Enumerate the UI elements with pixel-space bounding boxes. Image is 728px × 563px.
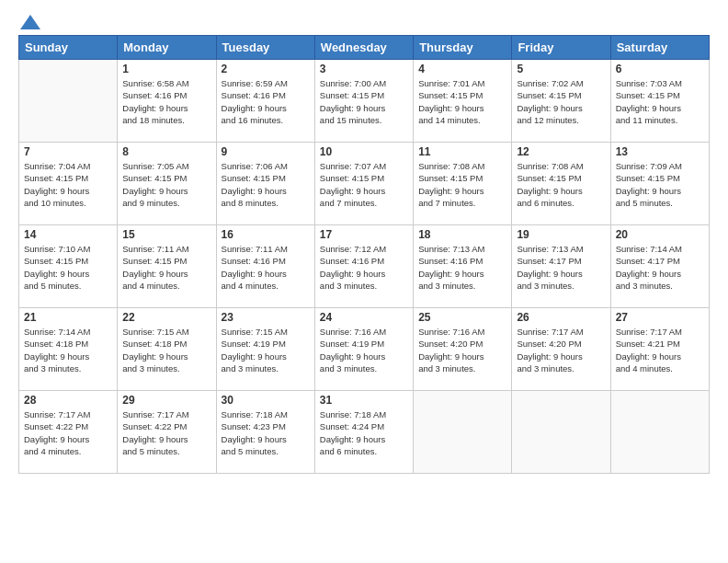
day-number: 14 bbox=[24, 228, 112, 241]
day-info: Sunrise: 7:07 AMSunset: 4:15 PMDaylight:… bbox=[320, 160, 408, 209]
day-cell bbox=[512, 391, 610, 474]
day-cell: 18Sunrise: 7:13 AMSunset: 4:16 PMDayligh… bbox=[414, 225, 512, 308]
weekday-header-tuesday: Tuesday bbox=[216, 36, 314, 60]
day-info: Sunrise: 7:17 AMSunset: 4:20 PMDaylight:… bbox=[517, 326, 605, 374]
day-cell: 15Sunrise: 7:11 AMSunset: 4:15 PMDayligh… bbox=[118, 225, 216, 308]
day-cell: 4Sunrise: 7:01 AMSunset: 4:15 PMDaylight… bbox=[414, 60, 512, 143]
day-info: Sunrise: 7:16 AMSunset: 4:19 PMDaylight:… bbox=[320, 326, 408, 374]
day-number: 8 bbox=[122, 145, 210, 158]
day-info: Sunrise: 7:17 AMSunset: 4:22 PMDaylight:… bbox=[24, 408, 112, 457]
day-cell: 7Sunrise: 7:04 AMSunset: 4:15 PMDaylight… bbox=[19, 143, 118, 225]
day-cell: 26Sunrise: 7:17 AMSunset: 4:20 PMDayligh… bbox=[512, 308, 610, 391]
day-info: Sunrise: 7:18 AMSunset: 4:23 PMDaylight:… bbox=[222, 408, 310, 457]
day-cell: 30Sunrise: 7:18 AMSunset: 4:23 PMDayligh… bbox=[216, 391, 314, 474]
day-info: Sunrise: 7:14 AMSunset: 4:18 PMDaylight:… bbox=[24, 326, 112, 374]
day-cell: 24Sunrise: 7:16 AMSunset: 4:19 PMDayligh… bbox=[314, 308, 413, 391]
day-number: 1 bbox=[122, 63, 210, 75]
day-number: 28 bbox=[24, 394, 112, 407]
day-cell: 14Sunrise: 7:10 AMSunset: 4:15 PMDayligh… bbox=[19, 225, 118, 308]
day-cell: 27Sunrise: 7:17 AMSunset: 4:21 PMDayligh… bbox=[610, 308, 709, 391]
day-cell: 6Sunrise: 7:03 AMSunset: 4:15 PMDaylight… bbox=[610, 60, 709, 143]
day-cell: 31Sunrise: 7:18 AMSunset: 4:24 PMDayligh… bbox=[314, 391, 413, 474]
day-cell: 28Sunrise: 7:17 AMSunset: 4:22 PMDayligh… bbox=[19, 391, 118, 474]
day-info: Sunrise: 7:14 AMSunset: 4:17 PMDaylight:… bbox=[616, 243, 704, 292]
day-cell: 22Sunrise: 7:15 AMSunset: 4:18 PMDayligh… bbox=[118, 308, 216, 391]
day-info: Sunrise: 7:13 AMSunset: 4:16 PMDaylight:… bbox=[418, 243, 506, 292]
day-cell: 29Sunrise: 7:17 AMSunset: 4:22 PMDayligh… bbox=[118, 391, 216, 474]
day-cell: 21Sunrise: 7:14 AMSunset: 4:18 PMDayligh… bbox=[19, 308, 118, 391]
day-info: Sunrise: 7:08 AMSunset: 4:15 PMDaylight:… bbox=[517, 160, 605, 209]
day-number: 11 bbox=[418, 145, 506, 158]
day-info: Sunrise: 7:15 AMSunset: 4:18 PMDaylight:… bbox=[122, 326, 210, 374]
day-number: 18 bbox=[418, 228, 506, 241]
day-info: Sunrise: 7:17 AMSunset: 4:22 PMDaylight:… bbox=[122, 408, 210, 457]
day-number: 7 bbox=[24, 145, 112, 158]
weekday-header-monday: Monday bbox=[118, 36, 216, 60]
day-info: Sunrise: 7:11 AMSunset: 4:16 PMDaylight:… bbox=[222, 243, 310, 292]
day-number: 2 bbox=[222, 63, 310, 75]
day-cell: 8Sunrise: 7:05 AMSunset: 4:15 PMDaylight… bbox=[118, 143, 216, 225]
day-number: 10 bbox=[320, 145, 408, 158]
day-number: 22 bbox=[122, 311, 210, 324]
day-cell: 16Sunrise: 7:11 AMSunset: 4:16 PMDayligh… bbox=[216, 225, 314, 308]
day-info: Sunrise: 7:03 AMSunset: 4:15 PMDaylight:… bbox=[616, 77, 704, 126]
logo bbox=[18, 15, 42, 26]
week-row-3: 14Sunrise: 7:10 AMSunset: 4:15 PMDayligh… bbox=[19, 225, 710, 308]
day-cell bbox=[414, 391, 512, 474]
day-number: 26 bbox=[517, 311, 605, 324]
weekday-header-wednesday: Wednesday bbox=[314, 36, 413, 60]
week-row-4: 21Sunrise: 7:14 AMSunset: 4:18 PMDayligh… bbox=[19, 308, 710, 391]
day-number: 31 bbox=[320, 394, 408, 407]
day-info: Sunrise: 7:02 AMSunset: 4:15 PMDaylight:… bbox=[517, 77, 605, 126]
day-info: Sunrise: 6:58 AMSunset: 4:16 PMDaylight:… bbox=[122, 77, 210, 126]
day-cell: 19Sunrise: 7:13 AMSunset: 4:17 PMDayligh… bbox=[512, 225, 610, 308]
day-cell: 2Sunrise: 6:59 AMSunset: 4:16 PMDaylight… bbox=[216, 60, 314, 143]
day-cell: 10Sunrise: 7:07 AMSunset: 4:15 PMDayligh… bbox=[314, 143, 413, 225]
day-cell: 3Sunrise: 7:00 AMSunset: 4:15 PMDaylight… bbox=[314, 60, 413, 143]
day-number: 9 bbox=[222, 145, 310, 158]
page: SundayMondayTuesdayWednesdayThursdayFrid… bbox=[0, 0, 728, 563]
day-cell bbox=[19, 60, 118, 143]
week-row-5: 28Sunrise: 7:17 AMSunset: 4:22 PMDayligh… bbox=[19, 391, 710, 474]
week-row-1: 1Sunrise: 6:58 AMSunset: 4:16 PMDaylight… bbox=[19, 60, 710, 143]
day-number: 29 bbox=[122, 394, 210, 407]
day-info: Sunrise: 7:00 AMSunset: 4:15 PMDaylight:… bbox=[320, 77, 408, 126]
day-number: 30 bbox=[222, 394, 310, 407]
day-info: Sunrise: 7:04 AMSunset: 4:15 PMDaylight:… bbox=[24, 160, 112, 209]
day-info: Sunrise: 7:08 AMSunset: 4:15 PMDaylight:… bbox=[418, 160, 506, 209]
day-number: 12 bbox=[517, 145, 605, 158]
day-info: Sunrise: 7:10 AMSunset: 4:15 PMDaylight:… bbox=[24, 243, 112, 292]
logo-icon bbox=[20, 15, 40, 29]
day-cell: 17Sunrise: 7:12 AMSunset: 4:16 PMDayligh… bbox=[314, 225, 413, 308]
day-cell: 25Sunrise: 7:16 AMSunset: 4:20 PMDayligh… bbox=[414, 308, 512, 391]
day-number: 15 bbox=[122, 228, 210, 241]
day-cell bbox=[610, 391, 709, 474]
day-number: 13 bbox=[616, 145, 704, 158]
day-number: 3 bbox=[320, 63, 408, 75]
day-number: 5 bbox=[517, 63, 605, 75]
day-info: Sunrise: 7:18 AMSunset: 4:24 PMDaylight:… bbox=[320, 408, 408, 457]
day-number: 19 bbox=[517, 228, 605, 241]
day-cell: 13Sunrise: 7:09 AMSunset: 4:15 PMDayligh… bbox=[610, 143, 709, 225]
day-info: Sunrise: 7:15 AMSunset: 4:19 PMDaylight:… bbox=[222, 326, 310, 374]
day-info: Sunrise: 7:13 AMSunset: 4:17 PMDaylight:… bbox=[517, 243, 605, 292]
day-number: 23 bbox=[222, 311, 310, 324]
weekday-header-friday: Friday bbox=[512, 36, 610, 60]
day-cell: 23Sunrise: 7:15 AMSunset: 4:19 PMDayligh… bbox=[216, 308, 314, 391]
day-info: Sunrise: 7:01 AMSunset: 4:15 PMDaylight:… bbox=[418, 77, 506, 126]
day-number: 16 bbox=[222, 228, 310, 241]
day-info: Sunrise: 7:05 AMSunset: 4:15 PMDaylight:… bbox=[122, 160, 210, 209]
day-cell: 5Sunrise: 7:02 AMSunset: 4:15 PMDaylight… bbox=[512, 60, 610, 143]
day-cell: 11Sunrise: 7:08 AMSunset: 4:15 PMDayligh… bbox=[414, 143, 512, 225]
day-info: Sunrise: 7:06 AMSunset: 4:15 PMDaylight:… bbox=[222, 160, 310, 209]
day-info: Sunrise: 7:12 AMSunset: 4:16 PMDaylight:… bbox=[320, 243, 408, 292]
weekday-header-sunday: Sunday bbox=[19, 36, 118, 60]
day-info: Sunrise: 7:09 AMSunset: 4:15 PMDaylight:… bbox=[616, 160, 704, 209]
calendar-table: SundayMondayTuesdayWednesdayThursdayFrid… bbox=[18, 35, 710, 474]
day-info: Sunrise: 7:11 AMSunset: 4:15 PMDaylight:… bbox=[122, 243, 210, 292]
weekday-header-saturday: Saturday bbox=[610, 36, 709, 60]
day-number: 21 bbox=[24, 311, 112, 324]
day-number: 27 bbox=[616, 311, 704, 324]
day-number: 20 bbox=[616, 228, 704, 241]
day-info: Sunrise: 7:17 AMSunset: 4:21 PMDaylight:… bbox=[616, 326, 704, 374]
